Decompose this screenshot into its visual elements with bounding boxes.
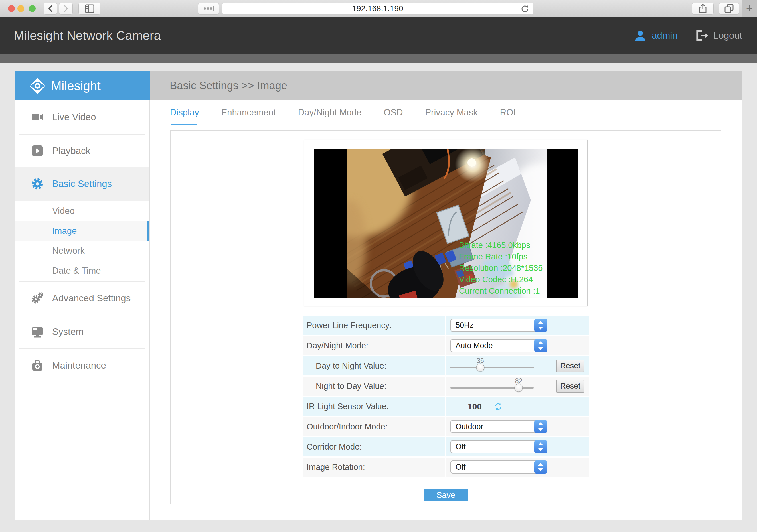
select-stepper-icon	[534, 319, 547, 332]
day-night-mode-select[interactable]: Auto Mode	[450, 339, 547, 352]
field-label: Outdoor/Indoor Mode:	[303, 417, 445, 436]
night-to-day-reset-button[interactable]: Reset	[556, 380, 585, 393]
browser-back-button[interactable]	[44, 3, 57, 15]
reload-icon	[521, 5, 529, 13]
chevron-left-icon	[47, 5, 53, 13]
chevron-right-icon	[63, 5, 69, 13]
day-to-night-reset-button[interactable]: Reset	[556, 360, 585, 372]
row-day-night-mode: Day/Night Mode: Auto Mode	[303, 336, 589, 355]
corridor-mode-select[interactable]: Off	[450, 440, 547, 453]
monitor-icon	[31, 325, 44, 339]
ir-refresh-button[interactable]	[494, 402, 502, 412]
live-video-frame[interactable]: Bitrate :4165.0kbps Frame Rate :10fps Re…	[314, 149, 578, 298]
tab-roi[interactable]: ROI	[500, 107, 516, 125]
osd-resolution: Resolution :2048*1536	[459, 262, 542, 274]
tab-osd[interactable]: OSD	[384, 107, 403, 125]
sidebar-subitem-image[interactable]: Image	[15, 221, 149, 241]
breadcrumb-bar: Basic Settings >> Image	[150, 71, 742, 100]
day-to-night-slider[interactable]: 36	[450, 356, 534, 375]
select-stepper-icon	[534, 339, 547, 352]
video-preview-card: Bitrate :4165.0kbps Frame Rate :10fps Re…	[304, 140, 588, 307]
slider-thumb[interactable]	[476, 364, 485, 372]
osd-bitrate: Bitrate :4165.0kbps	[459, 240, 542, 251]
browser-forward-button[interactable]	[59, 3, 73, 15]
field-label: Night to Day Value:	[303, 377, 445, 396]
osd-frame-rate: Frame Rate :10fps	[459, 251, 542, 262]
image-settings-form: Power Line Frequency: 50Hz Day/Night Mod…	[303, 316, 589, 478]
browser-share-button[interactable]	[692, 3, 714, 15]
playback-icon	[31, 144, 44, 158]
row-night-to-day-value: Night to Day Value: 82 Reset	[303, 377, 589, 396]
app-title: Milesight Network Camera	[14, 17, 161, 54]
sidebar-item-basic-settings[interactable]: Basic Settings	[15, 167, 149, 201]
milesight-logo-icon	[28, 77, 46, 95]
field-label: Day to Night Value:	[303, 356, 445, 375]
video-camera-icon	[31, 110, 44, 124]
sidebar-item-advanced-settings[interactable]: Advanced Settings	[15, 282, 149, 315]
username-link[interactable]: admin	[652, 30, 678, 41]
sidebar-item-playback[interactable]: Playback	[15, 134, 149, 167]
brand-name: Milesight	[51, 79, 101, 93]
night-to-day-slider[interactable]: 82	[450, 377, 534, 396]
logout-icon	[695, 29, 708, 42]
tab-privacy-mask[interactable]: Privacy Mask	[425, 107, 477, 125]
save-row: Save	[303, 489, 589, 501]
browser-reader-options-button[interactable]	[198, 3, 219, 15]
select-stepper-icon	[534, 420, 547, 433]
image-rotation-select[interactable]: Off	[450, 460, 547, 474]
slider-thumb[interactable]	[515, 384, 523, 392]
ir-sensor-value: 100	[468, 397, 482, 416]
person-icon	[634, 29, 647, 42]
field-label: Corridor Mode:	[303, 437, 445, 457]
browser-chrome: 192.168.1.190 +	[0, 0, 757, 17]
save-button[interactable]: Save	[424, 489, 469, 501]
active-item-marker	[147, 221, 149, 241]
sidebar: Milesight Live Video Playback	[15, 71, 150, 520]
sync-icon	[494, 402, 502, 411]
slider-track[interactable]	[450, 367, 534, 369]
browser-tab-overview-button[interactable]	[719, 3, 739, 15]
video-osd-overlay: Bitrate :4165.0kbps Frame Rate :10fps Re…	[459, 240, 542, 297]
sidebar-subitem-date-time[interactable]: Date & Time	[15, 261, 149, 281]
row-corridor-mode: Corridor Mode: Off	[303, 437, 589, 457]
field-label: Power Line Frequency:	[303, 316, 445, 335]
brand-header: Milesight	[15, 71, 150, 100]
field-label: IR Light Sensor Value:	[303, 397, 445, 416]
row-day-to-night-value: Day to Night Value: 36 Reset	[303, 356, 589, 375]
row-power-line-frequency: Power Line Frequency: 50Hz	[303, 316, 589, 335]
window-zoom-button[interactable]	[29, 5, 36, 12]
select-stepper-icon	[534, 460, 547, 474]
sidebar-item-live-video[interactable]: Live Video	[15, 100, 149, 134]
row-image-rotation: Image Rotation: Off	[303, 458, 589, 477]
select-stepper-icon	[534, 440, 547, 453]
tab-enhancement[interactable]: Enhancement	[221, 107, 276, 125]
field-label: Day/Night Mode:	[303, 336, 445, 355]
tab-bar: Display Enhancement Day/Night Mode OSD P…	[170, 107, 538, 125]
reload-button[interactable]	[521, 5, 529, 16]
tab-display[interactable]: Display	[170, 107, 199, 125]
row-outdoor-indoor-mode: Outdoor/Indoor Mode: Outdoor	[303, 417, 589, 436]
address-bar[interactable]: 192.168.1.190	[222, 3, 533, 15]
osd-current-connection: Current Connection :1	[459, 285, 542, 297]
gear-icon	[31, 177, 44, 191]
power-line-frequency-select[interactable]: 50Hz	[450, 319, 547, 332]
sidebar-subitem-network[interactable]: Network	[15, 241, 149, 261]
window-minimize-button[interactable]	[17, 5, 24, 12]
row-ir-light-sensor-value: IR Light Sensor Value: 100	[303, 397, 589, 416]
plus-icon: +	[746, 2, 753, 14]
sidebar-item-system[interactable]: System	[15, 315, 149, 348]
browser-sidebar-toggle-button[interactable]	[78, 3, 101, 15]
sidebar-subitem-video[interactable]: Video	[15, 201, 149, 221]
window-close-button[interactable]	[8, 5, 15, 12]
sidebar-item-maintenance[interactable]: Maintenance	[15, 349, 149, 382]
outdoor-indoor-mode-select[interactable]: Outdoor	[450, 420, 547, 433]
header-substrip	[0, 54, 757, 63]
field-label: Image Rotation:	[303, 458, 445, 477]
sidebar-panel-icon	[85, 4, 94, 13]
breadcrumb: Basic Settings >> Image	[170, 71, 287, 100]
app-header: Milesight Network Camera admin Logout	[0, 17, 757, 54]
tab-day-night-mode[interactable]: Day/Night Mode	[298, 107, 361, 125]
new-tab-button[interactable]: +	[742, 0, 757, 17]
share-icon	[699, 4, 707, 14]
logout-button[interactable]: Logout	[713, 30, 742, 41]
